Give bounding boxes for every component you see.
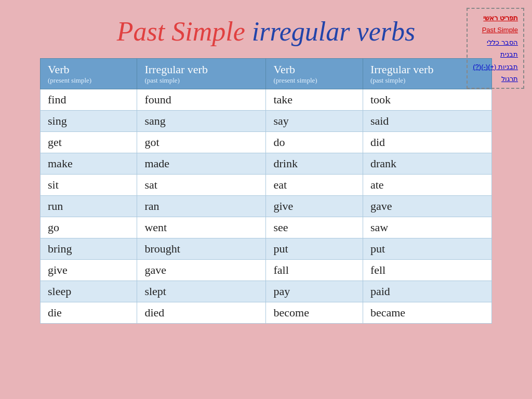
table-row: gowentseesaw — [41, 217, 492, 238]
cell-r1-c1: sang — [137, 111, 266, 132]
table-row: givegavefallfell — [41, 260, 492, 281]
cell-r1-c0: sing — [41, 111, 137, 132]
verb-table: Verb (present simple) Irregular verb (pa… — [40, 58, 492, 324]
cell-r8-c1: gave — [137, 260, 266, 281]
sidebar-link-past-simple[interactable]: Past Simple — [473, 24, 518, 36]
cell-r9-c1: slept — [137, 281, 266, 302]
sidebar: תפריט ראשי Past Simple הסבר כללי תבנית ת… — [467, 8, 524, 89]
cell-r1-c2: say — [266, 111, 363, 132]
table-row: singsangsaysaid — [41, 111, 492, 132]
cell-r8-c3: fell — [363, 260, 491, 281]
header-col-2: Irregular verb (past simple) — [137, 59, 266, 89]
cell-r0-c3: took — [363, 89, 491, 111]
cell-r0-c1: found — [137, 89, 266, 111]
cell-r6-c1: went — [137, 217, 266, 238]
sidebar-link-tavniyot[interactable]: תבניות (+)(-)(?)‏ — [473, 61, 518, 73]
header-col-3: Verb (present simple) — [266, 59, 363, 89]
table-row: sitsateatate — [41, 175, 492, 196]
cell-r7-c3: put — [363, 238, 491, 260]
cell-r3-c0: make — [41, 153, 137, 175]
cell-r5-c2: give — [266, 196, 363, 217]
cell-r1-c3: said — [363, 111, 491, 132]
sidebar-link-main[interactable]: תפריט ראשי — [473, 12, 518, 24]
cell-r4-c2: eat — [266, 175, 363, 196]
cell-r10-c1: died — [137, 302, 266, 324]
cell-r9-c3: paid — [363, 281, 491, 302]
cell-r5-c1: ran — [137, 196, 266, 217]
cell-r3-c2: drink — [266, 153, 363, 175]
cell-r9-c2: pay — [266, 281, 363, 302]
sidebar-link-hsavar[interactable]: הסבר כללי — [473, 36, 518, 48]
table-row: diediedbecomebecame — [41, 302, 492, 324]
table-row: makemadedrinkdrank — [41, 153, 492, 175]
cell-r8-c0: give — [41, 260, 137, 281]
title-part1: Past Simple — [117, 17, 245, 46]
cell-r5-c3: gave — [363, 196, 491, 217]
cell-r5-c0: run — [41, 196, 137, 217]
cell-r10-c3: became — [363, 302, 491, 324]
table-body: findfoundtaketooksingsangsaysaidgetgotdo… — [41, 89, 492, 324]
cell-r6-c0: go — [41, 217, 137, 238]
table-header-row: Verb (present simple) Irregular verb (pa… — [41, 59, 492, 89]
cell-r2-c0: get — [41, 132, 137, 153]
cell-r8-c2: fall — [266, 260, 363, 281]
sidebar-link-tirgul[interactable]: תרגול — [473, 73, 518, 85]
header-col-1: Verb (present simple) — [41, 59, 137, 89]
table-row: sleepsleptpaypaid — [41, 281, 492, 302]
cell-r2-c1: got — [137, 132, 266, 153]
cell-r2-c2: do — [266, 132, 363, 153]
table-row: runrangivegave — [41, 196, 492, 217]
cell-r4-c3: ate — [363, 175, 491, 196]
cell-r10-c0: die — [41, 302, 137, 324]
table-row: getgotdodid — [41, 132, 492, 153]
sidebar-link-tavnit[interactable]: תבנית — [473, 48, 518, 60]
cell-r10-c2: become — [266, 302, 363, 324]
title-part2: irregular verbs — [252, 17, 415, 46]
cell-r7-c0: bring — [41, 238, 137, 260]
cell-r4-c0: sit — [41, 175, 137, 196]
cell-r2-c3: did — [363, 132, 491, 153]
table-wrapper: Verb (present simple) Irregular verb (pa… — [40, 58, 492, 324]
cell-r3-c3: drank — [363, 153, 491, 175]
cell-r6-c3: saw — [363, 217, 491, 238]
cell-r3-c1: made — [137, 153, 266, 175]
cell-r6-c2: see — [266, 217, 363, 238]
table-row: bringbroughtputput — [41, 238, 492, 260]
cell-r0-c2: take — [266, 89, 363, 111]
cell-r9-c0: sleep — [41, 281, 137, 302]
page-title: Past Simple irregular verbs — [16, 16, 516, 48]
cell-r7-c2: put — [266, 238, 363, 260]
cell-r0-c0: find — [41, 89, 137, 111]
cell-r4-c1: sat — [137, 175, 266, 196]
table-row: findfoundtaketook — [41, 89, 492, 111]
page-container: תפריט ראשי Past Simple הסבר כללי תבנית ת… — [0, 0, 532, 399]
cell-r7-c1: brought — [137, 238, 266, 260]
